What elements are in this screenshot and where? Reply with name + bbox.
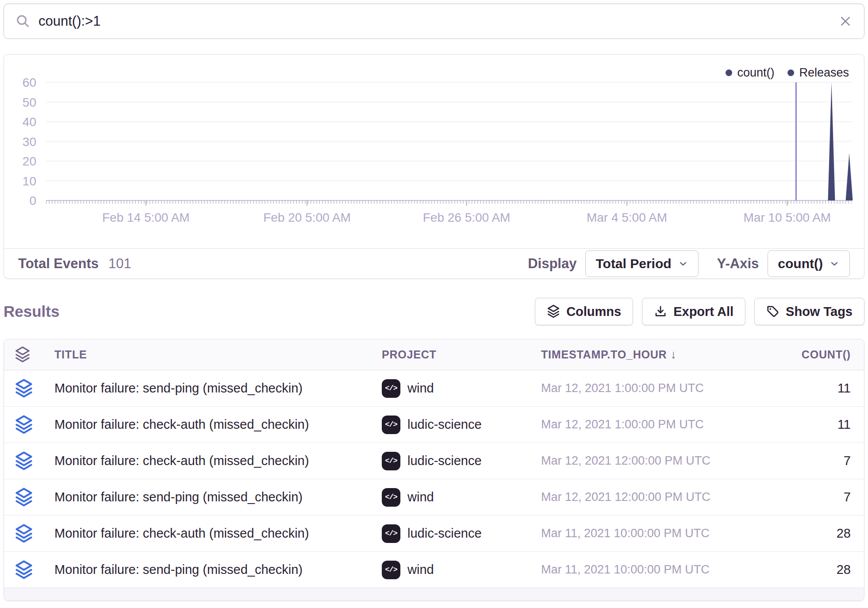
column-header-timestamp[interactable]: TIMESTAMP.TO_HOUR↓ xyxy=(541,348,749,362)
svg-text:Feb 14 5:00 AM: Feb 14 5:00 AM xyxy=(102,211,190,224)
svg-text:60: 60 xyxy=(23,76,36,89)
row-count: 7 xyxy=(749,454,851,468)
results-actions: Columns Export All Show Tags xyxy=(535,298,864,325)
columns-button[interactable]: Columns xyxy=(535,298,633,325)
legend-label: count() xyxy=(737,66,774,80)
legend-label: Releases xyxy=(799,66,849,80)
row-count: 11 xyxy=(749,417,851,432)
project-platform-icon: </> xyxy=(382,488,400,507)
clear-icon[interactable] xyxy=(838,14,853,28)
show-tags-button[interactable]: Show Tags xyxy=(754,298,864,325)
table-row: Monitor failure: check-auth (missed_chec… xyxy=(4,407,864,443)
yaxis-select[interactable]: count() xyxy=(768,250,850,277)
project-name: wind xyxy=(407,562,434,577)
project-name: wind xyxy=(407,381,434,396)
results-table-header: TITLE PROJECT TIMESTAMP.TO_HOUR↓ COUNT() xyxy=(4,339,864,370)
export-all-button-label: Export All xyxy=(673,304,734,319)
stack-icon[interactable] xyxy=(15,415,33,435)
svg-text:20: 20 xyxy=(23,154,36,168)
results-table: TITLE PROJECT TIMESTAMP.TO_HOUR↓ COUNT()… xyxy=(4,339,864,601)
svg-text:50: 50 xyxy=(23,96,36,109)
row-timestamp: Mar 11, 2021 10:00:00 PM UTC xyxy=(541,527,749,540)
row-project: </> wind xyxy=(382,379,541,398)
svg-text:Feb 26 5:00 AM: Feb 26 5:00 AM xyxy=(423,211,511,224)
stack-icon xyxy=(547,304,560,319)
row-count: 11 xyxy=(749,381,851,396)
legend-item-releases[interactable]: Releases xyxy=(787,66,849,80)
project-name: ludic-science xyxy=(407,454,482,468)
legend-item-count[interactable]: count() xyxy=(726,66,774,80)
row-icon-cell xyxy=(15,560,54,580)
total-events: Total Events 101 xyxy=(18,256,131,272)
stack-icon xyxy=(15,346,31,363)
table-row: Monitor failure: send-ping (missed_check… xyxy=(4,552,864,588)
row-icon-cell xyxy=(15,451,54,471)
row-count: 7 xyxy=(749,490,851,504)
row-project: </> wind xyxy=(382,561,541,579)
table-row: Monitor failure: send-ping (missed_check… xyxy=(4,370,864,407)
svg-text:Mar 10 5:00 AM: Mar 10 5:00 AM xyxy=(743,211,831,224)
project-platform-icon: </> xyxy=(382,561,400,579)
svg-text:40: 40 xyxy=(23,115,36,129)
export-all-button[interactable]: Export All xyxy=(642,298,745,325)
row-title: Monitor failure: check-auth (missed_chec… xyxy=(54,526,382,541)
project-name: wind xyxy=(407,490,434,504)
row-project: </> ludic-science xyxy=(382,416,541,434)
total-events-value: 101 xyxy=(108,256,131,272)
stack-icon[interactable] xyxy=(15,451,33,471)
project-name: ludic-science xyxy=(407,526,482,541)
row-title: Monitor failure: send-ping (missed_check… xyxy=(54,562,382,577)
row-icon-cell xyxy=(15,487,54,508)
legend-dot-count-icon xyxy=(726,69,732,76)
row-count: 28 xyxy=(749,526,851,541)
table-row: Monitor failure: check-auth (missed_chec… xyxy=(4,443,864,479)
stack-icon[interactable] xyxy=(15,487,33,508)
row-icon-cell xyxy=(15,415,54,435)
stack-icon[interactable] xyxy=(15,378,33,399)
project-name: ludic-science xyxy=(407,417,482,432)
table-row: Monitor failure: send-ping (missed_check… xyxy=(4,479,864,516)
chevron-down-icon xyxy=(829,258,840,269)
results-bar: Results Columns Export All Show Tags xyxy=(4,296,864,327)
row-title: Monitor failure: send-ping (missed_check… xyxy=(54,381,382,396)
stack-icon[interactable] xyxy=(15,560,33,580)
column-header-project[interactable]: PROJECT xyxy=(382,348,541,361)
row-timestamp: Mar 12, 2021 12:00:00 PM UTC xyxy=(541,490,749,504)
header-icon-cell xyxy=(15,346,54,363)
sort-desc-icon: ↓ xyxy=(670,348,676,361)
project-platform-icon: </> xyxy=(382,379,400,398)
row-project: </> ludic-science xyxy=(382,524,541,543)
row-timestamp: Mar 12, 2021 1:00:00 PM UTC xyxy=(541,418,749,431)
tag-icon xyxy=(766,305,780,318)
discover-page: count() Releases 0102030405060Feb 14 5:0… xyxy=(0,0,868,604)
column-header-timestamp-label: TIMESTAMP.TO_HOUR xyxy=(541,348,667,361)
results-heading: Results xyxy=(4,303,59,320)
column-header-count[interactable]: COUNT() xyxy=(749,348,851,361)
search-input[interactable] xyxy=(38,13,838,29)
chevron-down-icon xyxy=(678,258,688,269)
row-timestamp: Mar 12, 2021 12:00:00 PM UTC xyxy=(541,454,749,468)
svg-text:0: 0 xyxy=(29,194,36,208)
search-bar xyxy=(4,4,864,39)
table-row: Monitor failure: check-auth (missed_chec… xyxy=(4,516,864,552)
yaxis-select-value: count() xyxy=(778,256,823,271)
display-select[interactable]: Total Period xyxy=(585,250,698,277)
columns-button-label: Columns xyxy=(566,304,621,319)
chart-controls: Display Total Period Y-Axis count() xyxy=(528,250,850,277)
show-tags-button-label: Show Tags xyxy=(786,304,853,319)
project-platform-icon: </> xyxy=(382,416,400,434)
search-icon xyxy=(15,14,31,29)
results-table-footer xyxy=(4,588,864,600)
row-timestamp: Mar 12, 2021 1:00:00 PM UTC xyxy=(541,381,749,395)
column-header-title[interactable]: TITLE xyxy=(54,348,382,361)
stack-icon[interactable] xyxy=(15,523,33,544)
display-select-value: Total Period xyxy=(595,256,671,271)
legend-dot-releases-icon xyxy=(787,69,794,76)
display-label: Display xyxy=(528,256,576,272)
download-icon xyxy=(654,305,667,318)
svg-text:Mar 4 5:00 AM: Mar 4 5:00 AM xyxy=(587,211,667,224)
project-platform-icon: </> xyxy=(382,452,400,470)
row-icon-cell xyxy=(15,523,54,544)
events-chart-panel: count() Releases 0102030405060Feb 14 5:0… xyxy=(4,54,864,279)
total-events-label: Total Events xyxy=(18,256,99,272)
